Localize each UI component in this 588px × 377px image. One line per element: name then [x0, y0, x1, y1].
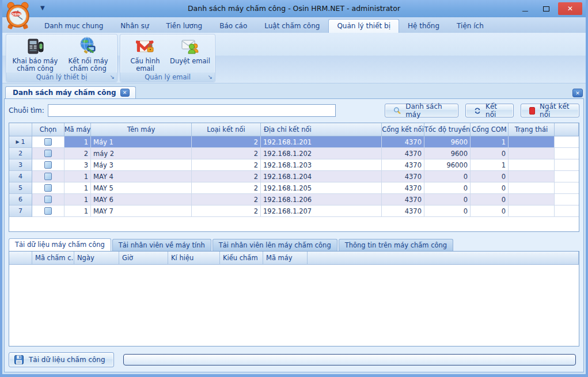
ribbon-tab-nhan-su[interactable]: Nhân sự — [112, 20, 157, 33]
cell[interactable]: 2 — [192, 159, 261, 171]
cell[interactable]: 2 — [192, 171, 261, 182]
cell[interactable]: 4370 — [382, 148, 424, 159]
panel-close-icon[interactable] — [572, 89, 583, 97]
ribbon-tab-quan-ly-thiet-bi[interactable]: Quản lý thiết bị — [328, 19, 399, 33]
ribbon-tab-tien-ich[interactable]: Tiện ích — [448, 20, 492, 33]
tab-thong-tin-tren-may-cham-cong[interactable]: Thông tin trên máy chấm công — [339, 239, 453, 251]
column-header-ki-hieu[interactable]: Kí hiệu — [168, 252, 220, 265]
cell[interactable]: MAY 7 — [91, 205, 192, 217]
cell[interactable]: 1 — [471, 159, 509, 171]
cell[interactable]: 0 — [424, 171, 471, 182]
column-header-cong-ket-noi[interactable]: Cổng kết nối — [382, 123, 424, 136]
cell[interactable]: MAY 4 — [91, 171, 192, 182]
table-row[interactable]: 4 1 MAY 4 2 192.168.1.204 4370 0 0 — [9, 171, 579, 182]
cell-chon[interactable] — [32, 159, 65, 171]
cell[interactable]: 2 — [192, 194, 261, 205]
cell-chon[interactable] — [32, 148, 65, 159]
checkbox-unchecked-icon[interactable] — [44, 138, 52, 146]
column-header-ma-cham-cong[interactable]: Mã chấm c... — [32, 252, 74, 265]
tab-tai-du-lieu-may-cham-cong[interactable]: Tải dữ liệu máy chấm công — [9, 238, 111, 251]
cell[interactable]: Máy 3 — [91, 159, 192, 171]
cell[interactable]: 2 — [192, 148, 261, 159]
cell[interactable]: 0 — [424, 182, 471, 194]
column-header-gio[interactable]: Giờ — [119, 252, 168, 265]
cell[interactable]: MAY 6 — [91, 194, 192, 205]
cell[interactable]: MAY 5 — [91, 182, 192, 194]
cell[interactable] — [509, 171, 555, 182]
column-header-ten-may[interactable]: Tên máy — [91, 123, 192, 136]
cell[interactable]: 192.168.1.206 — [261, 194, 382, 205]
checkbox-unchecked-icon[interactable] — [44, 150, 52, 157]
ribbon-tab-bao-cao[interactable]: Báo cáo — [211, 20, 256, 33]
cell[interactable]: 4370 — [382, 171, 424, 182]
table-row[interactable]: 6 1 MAY 6 2 192.168.1.206 4370 0 0 — [9, 194, 579, 205]
cell[interactable]: 2 — [192, 182, 261, 194]
cell-chon[interactable] — [32, 136, 65, 148]
cell[interactable]: 9600 — [424, 136, 471, 148]
cell[interactable]: 9600 — [424, 148, 471, 159]
table-row[interactable]: 5 1 MAY 5 2 192.168.1.205 4370 0 0 — [9, 182, 579, 194]
ket-noi-button[interactable]: Kết nối — [465, 104, 514, 117]
cell[interactable]: 4370 — [382, 194, 424, 205]
column-header-toc-do-truyen[interactable]: Tốc độ truyền — [424, 123, 471, 136]
cell[interactable]: 0 — [471, 171, 509, 182]
cell-chon[interactable] — [32, 205, 65, 217]
cell[interactable] — [509, 182, 555, 194]
ribbon-tab-luat-cham-cong[interactable]: Luật chấm công — [256, 20, 328, 33]
table-row[interactable]: ▶1 1 Máy 1 2 192.168.1.201 4370 9600 1 — [9, 136, 579, 148]
ribbon-tab-he-thong[interactable]: Hệ thống — [399, 20, 448, 33]
cell[interactable]: 4370 — [382, 136, 424, 148]
cell[interactable]: 192.168.1.205 — [261, 182, 382, 194]
checkbox-unchecked-icon[interactable] — [44, 207, 52, 215]
cell[interactable]: 192.168.1.201 — [261, 136, 382, 148]
cell[interactable] — [509, 205, 555, 217]
cell[interactable]: 0 — [424, 205, 471, 217]
document-tab-danh-sach-may-cham-cong[interactable]: Danh sách máy chấm công — [5, 86, 136, 98]
tai-du-lieu-cham-cong-button[interactable]: Tải dữ liệu chấm công — [9, 352, 114, 367]
column-header-dia-chi-ket-noi[interactable]: Địa chỉ kết nối — [261, 123, 382, 136]
checkbox-unchecked-icon[interactable] — [44, 161, 52, 169]
minimize-icon[interactable] — [517, 3, 534, 14]
cell[interactable]: 4370 — [382, 205, 424, 217]
column-header-cong-com[interactable]: Cổng COM — [471, 123, 509, 136]
ribbon-tab-tien-luong[interactable]: Tiền lương — [158, 20, 211, 33]
checkbox-unchecked-icon[interactable] — [44, 184, 52, 192]
search-input[interactable] — [48, 104, 336, 117]
cell[interactable]: 2 — [65, 148, 91, 159]
cell[interactable]: Máy 1 — [91, 136, 192, 148]
cell[interactable] — [509, 194, 555, 205]
cell[interactable]: 96000 — [424, 159, 471, 171]
danh-sach-may-button[interactable]: Danh sách máy — [385, 104, 458, 117]
dialog-launcher-icon[interactable] — [110, 74, 115, 80]
cell[interactable]: 192.168.1.204 — [261, 171, 382, 182]
tab-tai-nhan-vien-ve-may-tinh[interactable]: Tải nhân viên về máy tính — [112, 239, 211, 251]
cell[interactable]: 1 — [65, 194, 91, 205]
column-header-kieu-cham[interactable]: Kiểu chấm — [220, 252, 263, 265]
cell-chon[interactable] — [32, 171, 65, 182]
cell[interactable]: 1 — [65, 171, 91, 182]
cell[interactable]: 192.168.1.207 — [261, 205, 382, 217]
cell-chon[interactable] — [32, 194, 65, 205]
cell[interactable]: 0 — [471, 148, 509, 159]
table-row[interactable]: 3 3 Máy 3 2 192.168.1.203 4370 96000 1 — [9, 159, 579, 171]
cell[interactable]: 1 — [65, 205, 91, 217]
column-header-ma-may[interactable]: Mã máy — [65, 123, 91, 136]
cell-chon[interactable] — [32, 182, 65, 194]
cell[interactable]: 1 — [471, 136, 509, 148]
cell[interactable]: 3 — [65, 159, 91, 171]
cell[interactable]: 2 — [192, 136, 261, 148]
alarm-clock-osin-logo[interactable]: OSIN — [3, 1, 32, 31]
cell[interactable]: 4370 — [382, 182, 424, 194]
cell[interactable]: 192.168.1.202 — [261, 148, 382, 159]
dialog-launcher-icon[interactable] — [208, 74, 213, 80]
cell[interactable] — [509, 136, 555, 148]
cell[interactable] — [509, 159, 555, 171]
cell[interactable]: 0 — [424, 194, 471, 205]
cell[interactable]: 0 — [471, 194, 509, 205]
maximize-icon[interactable] — [537, 3, 555, 14]
ngat-ket-noi-button[interactable]: Ngắt kết nối — [521, 104, 579, 117]
column-header-ngay[interactable]: Ngày — [74, 252, 119, 265]
column-header-ma-may[interactable]: Mã máy — [263, 252, 308, 265]
cell[interactable]: 1 — [65, 182, 91, 194]
tab-close-icon[interactable] — [120, 89, 130, 97]
